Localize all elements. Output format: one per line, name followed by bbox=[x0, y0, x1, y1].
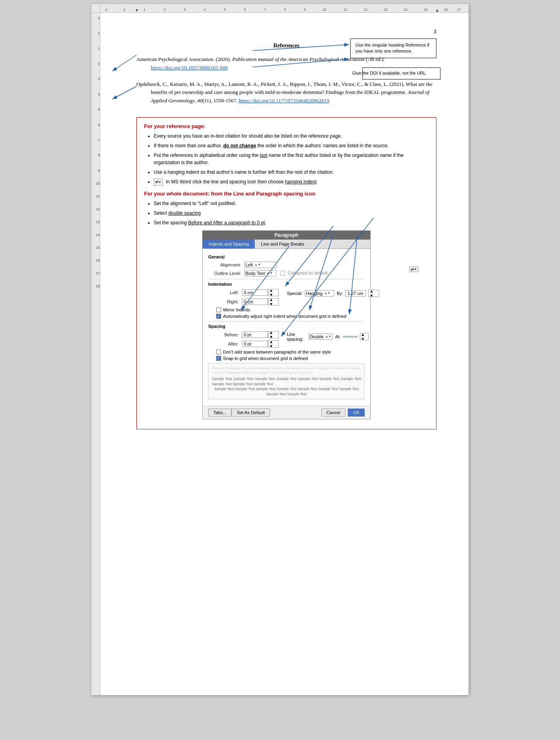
ruler-top: -2 -1 1 2 3 4 5 6 7 8 9 10 11 12 13 14 1… bbox=[91, 4, 469, 13]
alignment-label: Alignment: bbox=[208, 262, 244, 267]
mirror-indents-row: Mirror Indents bbox=[216, 307, 365, 312]
whole-bullet-1: Set the alignment to “Left” not justifie… bbox=[154, 200, 429, 207]
alignment-select[interactable]: Left ▲▼ bbox=[244, 262, 276, 268]
whole-bullet-3: Set the spacing Before and After a parag… bbox=[154, 219, 429, 226]
outline-label: Outline Level: bbox=[208, 271, 244, 276]
general-section-title: General bbox=[208, 254, 365, 259]
before-label: Before: bbox=[208, 332, 242, 337]
auto-adjust-row: ✓ Automatically adjust right indent when… bbox=[216, 314, 365, 319]
bullet-2: If there is more than one author, do not… bbox=[154, 142, 429, 149]
preview-sample-1: Sample Text Sample Text Sample Text Samp… bbox=[212, 376, 361, 386]
outline-row: Outline Level: Body Text ▲▼ Collapsed by… bbox=[208, 270, 365, 276]
after-input[interactable]: 0 pt bbox=[242, 341, 268, 347]
spacing-area: Before: 0 pt ▲ ▼ After: 0 pt ▲ ▼ bbox=[208, 331, 365, 350]
special-label: Special: bbox=[287, 291, 302, 296]
dont-add-space-row: Don’t add space between paragraphs of th… bbox=[216, 350, 365, 354]
tab-indents-spacing[interactable]: Indents and Spacing bbox=[203, 240, 255, 248]
callout-doi: Give the DOI if available, not the URL. bbox=[362, 67, 440, 79]
divider-1 bbox=[208, 279, 365, 279]
whole-doc-bullets: Set the alignment to “Left” not justifie… bbox=[154, 200, 429, 226]
left-indent-row: Left: 0 cm ▲ ▼ bbox=[208, 289, 279, 296]
after-label: After: bbox=[208, 342, 242, 346]
dialog-tabs: Indents and Spacing Line and Page Breaks bbox=[203, 240, 370, 249]
special-area: Special: Hanging ▲▼ By: 1.27 cm ▲ ▼ bbox=[287, 289, 379, 297]
line-spacing-area: Line spacing: Double ▲▼ At: ▲ ▼ bbox=[287, 331, 369, 342]
reference-page-bullets: Every source you have an in-text citatio… bbox=[154, 132, 429, 186]
snap-grid-checkbox[interactable]: ✓ bbox=[216, 356, 221, 361]
dialog-body: General Alignment: Left ▲▼ Outline Level… bbox=[203, 249, 370, 406]
ref-entry-1: American Psychological Association. (202… bbox=[136, 55, 436, 72]
outline-select[interactable]: Body Text ▲▼ bbox=[244, 270, 276, 276]
line-spacing-icon-floating: ⇄▼ bbox=[409, 266, 420, 272]
doi-link-1[interactable]: https://doi.org/10.1037/0000165-000 bbox=[151, 65, 228, 71]
left-indent-spinner[interactable]: ▲ ▼ bbox=[268, 289, 279, 296]
doi-link-2[interactable]: https://doi.org/10.1177/0733464820962619 bbox=[239, 98, 329, 104]
indentation-section-title: Indentation bbox=[208, 282, 365, 287]
page-number: 3 bbox=[136, 29, 436, 35]
line-spacing-select[interactable]: Double ▲▼ bbox=[308, 333, 333, 340]
after-spinner[interactable]: ▲ ▼ bbox=[268, 340, 279, 348]
collapsed-checkbox[interactable] bbox=[280, 271, 285, 276]
tabs-button[interactable]: Tabs... bbox=[208, 409, 231, 417]
set-default-button[interactable]: Set As Default bbox=[231, 409, 270, 417]
by-label: By: bbox=[337, 291, 343, 296]
dialog-title: Paragraph bbox=[203, 231, 370, 240]
dont-add-checkbox[interactable] bbox=[216, 350, 221, 354]
alignment-row: Alignment: Left ▲▼ bbox=[208, 262, 365, 268]
by-spinner[interactable]: ▲ ▼ bbox=[368, 290, 379, 297]
at-input[interactable] bbox=[343, 336, 357, 337]
snap-grid-row: ✓ Snap to grid when document grid is def… bbox=[216, 356, 365, 361]
svg-line-4 bbox=[112, 55, 136, 71]
special-select[interactable]: Hanging ▲▼ bbox=[305, 290, 334, 297]
paragraph-dialog: Paragraph Indents and Spacing Line and P… bbox=[202, 230, 371, 420]
line-spacing-label: Line spacing: bbox=[287, 332, 306, 342]
document-page: -2 -1 1 2 3 4 5 6 7 8 9 10 11 12 13 14 1… bbox=[91, 4, 469, 695]
preview-prev-para: Previous Paragraph Previous Paragraph Pr… bbox=[212, 366, 361, 375]
cancel-button[interactable]: Cancel bbox=[321, 409, 345, 417]
divider-2 bbox=[208, 321, 365, 321]
bullet-3: Put the references in alphabetical order… bbox=[154, 152, 429, 166]
info-box: For your reference page: Every source yo… bbox=[136, 117, 436, 429]
by-input[interactable]: 1.27 cm bbox=[345, 290, 366, 297]
right-indent-spinner[interactable]: ▲ ▼ bbox=[268, 298, 279, 305]
page-content: 3 References Use the singular heading Re… bbox=[100, 13, 469, 695]
right-indent-label: Right: bbox=[208, 299, 242, 304]
whole-bullet-2: Select double spacing bbox=[154, 209, 429, 217]
svg-line-7 bbox=[112, 86, 136, 99]
bullet-1: Every source you have an in-text citatio… bbox=[154, 132, 429, 140]
mirror-checkbox[interactable] bbox=[216, 307, 221, 312]
bullet-4: Use a hanging indent so that author's na… bbox=[154, 169, 429, 176]
reference-page-title: For your reference page: bbox=[144, 123, 429, 129]
tab-line-page-breaks[interactable]: Line and Page Breaks bbox=[255, 240, 310, 248]
at-spinner[interactable]: ▲ ▼ bbox=[360, 333, 369, 340]
bullet-5: ⇄▼ In MS Word click the line and spacing… bbox=[154, 178, 429, 186]
dialog-preview: Previous Paragraph Previous Paragraph Pr… bbox=[208, 363, 365, 400]
indentation-area: Left: 0 cm ▲ ▼ Right: 0 cm ▲ ▼ bbox=[208, 289, 365, 307]
auto-adjust-checkbox[interactable]: ✓ bbox=[216, 314, 221, 319]
at-label: At: bbox=[335, 334, 340, 339]
right-indent-input[interactable]: 0 cm bbox=[242, 299, 268, 305]
ruler-left: 2 1 1 2 3 4 5 6 7 8 9 10 11 12 13 14 15 … bbox=[91, 13, 100, 695]
before-row: Before: 0 pt ▲ ▼ bbox=[208, 331, 279, 338]
dialog-footer: Tabs... Set As Default Cancel OK bbox=[203, 406, 370, 419]
ok-button[interactable]: OK bbox=[348, 409, 365, 417]
before-spinner[interactable]: ▲ ▼ bbox=[268, 331, 279, 338]
right-indent-row: Right: 0 cm ▲ ▼ bbox=[208, 298, 279, 305]
line-spacing-icon-1[interactable]: ⇄▼ bbox=[154, 179, 163, 186]
collapsed-checkbox-row: Collapsed by default bbox=[280, 270, 328, 276]
line-spacing-icon-2[interactable]: ⇄▼ bbox=[409, 266, 418, 272]
before-input[interactable]: 0 pt bbox=[242, 331, 268, 338]
spacing-section-title: Spacing bbox=[208, 324, 365, 329]
after-row: After: 0 pt ▲ ▼ bbox=[208, 340, 279, 348]
left-indent-label: Left: bbox=[208, 290, 242, 295]
whole-doc-title: For your whole document: from the Line a… bbox=[144, 191, 429, 197]
preview-sample-2: Sample Text Sample Text Sample Text Samp… bbox=[212, 386, 361, 396]
left-indent-input[interactable]: 0 cm bbox=[242, 289, 268, 296]
ref-entry-2: Opdebeeck, C., Katsaris, M. A., Martyr, … bbox=[136, 80, 436, 105]
